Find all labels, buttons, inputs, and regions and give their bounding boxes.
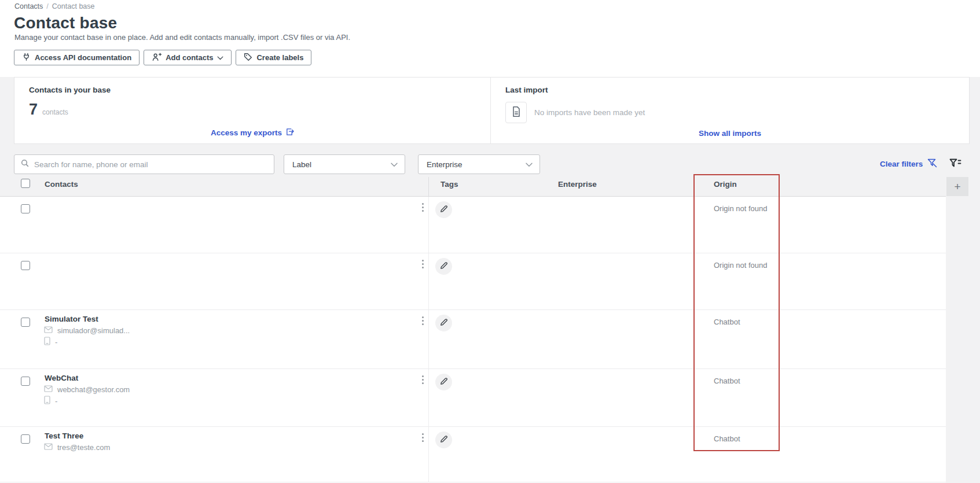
row-menu-button[interactable] bbox=[421, 432, 425, 443]
access-api-documentation-button[interactable]: Access API documentation bbox=[14, 50, 140, 65]
row-checkbox[interactable] bbox=[21, 377, 30, 386]
last-import-title: Last import bbox=[505, 86, 548, 94]
row-menu-button[interactable] bbox=[421, 202, 425, 213]
search-input[interactable] bbox=[34, 160, 267, 169]
search-icon bbox=[21, 159, 29, 169]
create-labels-button[interactable]: Create labels bbox=[236, 50, 311, 65]
pencil-icon bbox=[440, 377, 448, 388]
column-divider bbox=[428, 177, 429, 196]
pencil-icon bbox=[440, 261, 448, 272]
filter-list-icon bbox=[949, 158, 961, 171]
select-all-checkbox[interactable] bbox=[21, 179, 30, 188]
chevron-down-icon bbox=[526, 160, 533, 169]
add-column-button[interactable]: + bbox=[946, 177, 968, 196]
column-header-enterprise: Enterprise bbox=[558, 180, 597, 189]
mail-icon bbox=[44, 385, 53, 394]
breadcrumb: Contacts / Contact base bbox=[14, 2, 95, 10]
column-divider bbox=[428, 253, 429, 309]
filter-list-button[interactable] bbox=[948, 157, 962, 171]
enterprise-filter-select[interactable]: Enterprise bbox=[418, 154, 540, 174]
contact-base-page: Contacts / Contact base Contact base Man… bbox=[0, 0, 980, 483]
contacts-count-number: 7 bbox=[29, 101, 38, 119]
plug-icon bbox=[22, 53, 31, 63]
tag-icon bbox=[244, 53, 252, 63]
contact-email-row: tres@teste.com bbox=[44, 443, 110, 452]
access-exports-link-wrap: Access my exports bbox=[14, 127, 490, 138]
clear-filters-link[interactable]: Clear filters bbox=[880, 158, 937, 169]
page-subtitle: Manage your contact base in one place. A… bbox=[14, 33, 350, 42]
row-menu-button[interactable] bbox=[421, 374, 425, 385]
table-row: WebChat webchat@gestor.com - bbox=[0, 369, 946, 427]
action-buttons: Access API documentation Add contacts bbox=[14, 50, 311, 65]
contact-name: Simulator Test bbox=[45, 315, 98, 323]
row-checkbox[interactable] bbox=[21, 434, 30, 444]
mail-icon bbox=[44, 326, 53, 335]
show-all-imports-link[interactable]: Show all imports bbox=[699, 129, 761, 138]
table-row: Test Three tres@teste.com bbox=[0, 427, 946, 482]
mobile-phone-icon bbox=[44, 396, 50, 406]
contact-email: webchat@gestor.com bbox=[57, 385, 130, 394]
column-divider bbox=[428, 369, 429, 426]
pencil-icon bbox=[440, 435, 448, 445]
row-menu-button[interactable] bbox=[421, 259, 425, 270]
page-title: Contact base bbox=[14, 14, 117, 32]
edit-tags-button[interactable] bbox=[435, 315, 452, 331]
breadcrumb-separator: / bbox=[46, 2, 48, 10]
column-header-contacts: Contacts bbox=[45, 180, 78, 189]
no-imports-message: No imports have been made yet bbox=[534, 108, 645, 117]
summary-panel: Contacts in your base 7 contacts Access … bbox=[14, 77, 970, 144]
column-header-tags: Tags bbox=[441, 180, 458, 189]
row-checkbox[interactable] bbox=[21, 204, 30, 213]
export-icon bbox=[285, 127, 294, 138]
edit-tags-button[interactable] bbox=[435, 258, 452, 275]
pencil-icon bbox=[440, 205, 448, 215]
access-my-exports-link[interactable]: Access my exports bbox=[211, 127, 294, 138]
chevron-down-icon bbox=[391, 160, 398, 169]
edit-tags-button[interactable] bbox=[435, 374, 452, 390]
row-checkbox[interactable] bbox=[21, 318, 30, 327]
contact-phone: - bbox=[55, 397, 57, 405]
contact-email-row: simulador@simulad... bbox=[44, 326, 130, 335]
contacts-in-base-card: Contacts in your base 7 contacts Access … bbox=[14, 78, 491, 143]
last-import-card: Last import No imports have been made ye… bbox=[491, 78, 969, 143]
funnel-slash-icon bbox=[927, 158, 937, 169]
origin-value: Chatbot bbox=[714, 377, 740, 385]
contact-email: tres@teste.com bbox=[57, 443, 110, 452]
contact-email-row: webchat@gestor.com bbox=[44, 385, 130, 394]
table-row: Simulator Test simulador@simulad... - bbox=[0, 310, 946, 369]
contact-phone-row: - bbox=[44, 337, 57, 347]
column-divider bbox=[428, 310, 429, 368]
origin-value: Chatbot bbox=[714, 434, 740, 443]
document-icon-box bbox=[505, 102, 527, 123]
edit-tags-button[interactable] bbox=[435, 201, 452, 218]
table-row: Origin not found bbox=[0, 253, 946, 310]
contacts-count-unit: contacts bbox=[42, 108, 68, 116]
column-divider bbox=[428, 427, 429, 482]
origin-value: Chatbot bbox=[714, 318, 740, 326]
contact-name: Test Three bbox=[45, 432, 83, 440]
edit-tags-button[interactable] bbox=[435, 432, 452, 448]
label-filter-select[interactable]: Label bbox=[284, 154, 405, 174]
contact-email: simulador@simulad... bbox=[57, 326, 130, 335]
add-contacts-button[interactable]: Add contacts bbox=[144, 50, 232, 65]
table-body: Origin not found bbox=[0, 196, 946, 483]
table-row: Origin not found bbox=[0, 197, 946, 253]
row-menu-button[interactable] bbox=[421, 315, 425, 326]
page-header: Contacts / Contact base Contact base Man… bbox=[0, 0, 980, 77]
breadcrumb-contact-base: Contact base bbox=[52, 2, 95, 10]
contact-phone-row: - bbox=[44, 396, 57, 406]
contact-search bbox=[14, 154, 274, 174]
breadcrumb-contacts[interactable]: Contacts bbox=[14, 2, 43, 10]
person-plus-icon bbox=[152, 53, 162, 63]
row-checkbox[interactable] bbox=[21, 261, 30, 270]
contacts-card-title: Contacts in your base bbox=[29, 86, 111, 94]
contacts-count: 7 contacts bbox=[29, 101, 68, 119]
mobile-phone-icon bbox=[44, 337, 50, 347]
origin-value: Origin not found bbox=[714, 204, 768, 213]
contact-name: WebChat bbox=[45, 374, 78, 382]
column-header-origin: Origin bbox=[714, 180, 737, 189]
origin-value: Origin not found bbox=[714, 261, 768, 270]
show-imports-link-wrap: Show all imports bbox=[491, 129, 969, 138]
document-icon bbox=[511, 106, 522, 120]
last-import-empty-state: No imports have been made yet bbox=[505, 102, 645, 123]
